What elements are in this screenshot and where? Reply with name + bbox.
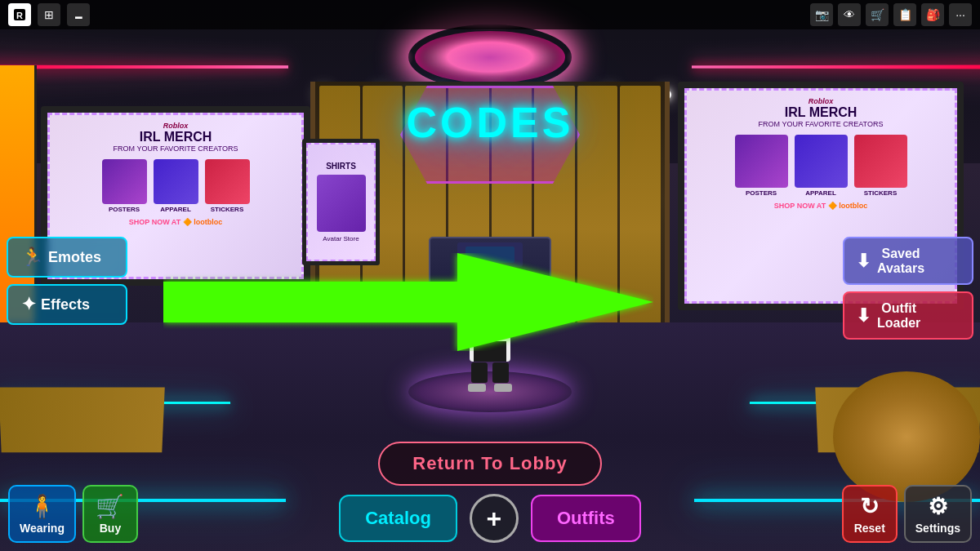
saved-avatars-button[interactable]: ⬇ SavedAvatars — [843, 237, 973, 285]
neon-strip-right — [692, 64, 980, 69]
item-label-apparel: APPAREL — [160, 206, 191, 213]
item-box-stickers-r — [854, 135, 907, 188]
item-box-posters — [102, 159, 147, 204]
billboard-middle: SHIRTS Avatar Store — [302, 139, 380, 265]
char-foot-right — [494, 384, 512, 392]
right-ui: ⬇ SavedAvatars ⬇ OutfitLoader — [843, 237, 973, 340]
arrow-svg — [163, 253, 653, 351]
effects-label: Effects — [41, 296, 90, 313]
billboard-brand-left: Roblox — [163, 122, 189, 130]
item-box-stickers — [205, 159, 250, 204]
neon-strip-left — [0, 64, 288, 69]
char-foot-left — [468, 384, 486, 392]
plus-button[interactable]: + — [470, 494, 519, 543]
billboard-subtitle-right: FROM YOUR FAVORITE CREATORS — [759, 120, 884, 128]
bottom-action-bar: Catalog + Outfits — [339, 494, 641, 543]
item-label-stickers-r: STICKERS — [864, 189, 897, 197]
billboard-middle-img — [317, 175, 366, 232]
emotes-icon: 🏃 — [21, 247, 43, 268]
left-ui: 🏃 Emotes ✦ Effects — [7, 237, 127, 325]
more-icon[interactable]: ··· — [949, 3, 972, 26]
billboard-title-left: IRL MERCH — [140, 130, 212, 144]
settings-button[interactable]: ⚙ Settings — [904, 485, 972, 543]
top-bar-right: 📷 👁 🛒 📋 🎒 ··· — [810, 3, 972, 26]
shop-brand-r: 🔶 lootbloc — [828, 202, 868, 210]
item-label-posters-r: POSTERS — [746, 189, 777, 197]
reset-button[interactable]: ↻ Reset — [842, 485, 898, 543]
item-label-stickers: STICKERS — [211, 206, 243, 213]
billboard-middle-label: Avatar Store — [323, 235, 359, 242]
outfit-loader-label: OutfitLoader — [877, 301, 920, 330]
billboard-items-right: POSTERS APPAREL STICKERS — [735, 135, 907, 197]
svg-text:R: R — [16, 11, 23, 20]
ceiling-ring — [408, 24, 572, 90]
shop-icon[interactable]: 🛒 — [866, 3, 889, 26]
item-box-apparel — [154, 159, 198, 204]
settings-icon: ⚙ — [928, 493, 948, 520]
players-icon[interactable]: 🗕 — [67, 3, 90, 26]
green-arrow — [163, 253, 653, 351]
svg-marker-0 — [163, 253, 653, 351]
billboard-item-stickers-r: STICKERS — [854, 135, 907, 197]
inventory-icon[interactable]: 📋 — [893, 3, 916, 26]
char-leg-right — [492, 362, 509, 383]
char-feet — [468, 384, 512, 392]
menu-icon[interactable]: ⊞ — [38, 3, 60, 26]
saved-avatars-icon: ⬇ — [856, 251, 871, 272]
billboard-shop-left: SHOP NOW AT 🔶 lootbloc — [129, 218, 222, 226]
item-label-posters: POSTERS — [109, 206, 140, 213]
char-leg-left — [471, 362, 488, 383]
saved-avatars-label: SavedAvatars — [877, 247, 924, 275]
top-bar: R ⊞ 🗕 📷 👁 🛒 📋 🎒 ··· — [0, 0, 980, 29]
billboard-item-posters-r: POSTERS — [735, 135, 788, 197]
shop-brand: 🔶 lootbloc — [183, 218, 223, 226]
billboard-item-stickers: STICKERS — [205, 159, 250, 213]
outfit-loader-icon: ⬇ — [856, 305, 871, 327]
reset-label: Reset — [854, 522, 885, 535]
billboard-subtitle-left: FROM YOUR FAVORITE CREATORS — [114, 144, 238, 153]
shop-text-r: SHOP NOW AT — [774, 202, 828, 210]
billboard-item-apparel: APPAREL — [154, 159, 198, 213]
emotes-button[interactable]: 🏃 Emotes — [7, 237, 127, 278]
outfits-button[interactable]: Outfits — [531, 495, 641, 542]
item-box-posters-r — [735, 135, 788, 188]
reset-icon: ↻ — [860, 493, 879, 520]
codes-sign[interactable]: CODES — [407, 98, 574, 147]
top-bar-left: R ⊞ 🗕 — [8, 3, 90, 26]
outfit-loader-button[interactable]: ⬇ OutfitLoader — [843, 291, 973, 340]
billboard-item-posters: POSTERS — [102, 159, 147, 213]
effects-button[interactable]: ✦ Effects — [7, 284, 127, 325]
settings-label: Settings — [915, 522, 960, 535]
billboard-items-left: POSTERS APPAREL STICKERS — [102, 159, 250, 213]
bottom-right-btns: ↻ Reset ⚙ Settings — [842, 485, 972, 543]
billboard-shop-right: SHOP NOW AT 🔶 lootbloc — [774, 202, 867, 210]
record-icon[interactable]: 👁 — [838, 3, 861, 26]
billboard-title-right: IRL MERCH — [785, 105, 858, 120]
backpack-icon[interactable]: 🎒 — [921, 3, 944, 26]
effects-icon: ✦ — [21, 294, 36, 315]
billboard-middle-title: SHIRTS — [326, 162, 356, 171]
emotes-label: Emotes — [48, 249, 101, 266]
billboard-brand-right: Roblox — [808, 97, 834, 105]
roblox-logo-svg: R — [12, 7, 27, 22]
catalog-button[interactable]: Catalog — [339, 495, 457, 542]
screenshot-icon[interactable]: 📷 — [810, 3, 833, 26]
item-label-apparel-r: APPAREL — [805, 189, 836, 197]
return-to-lobby-button[interactable]: Return To Lobby — [378, 442, 601, 486]
bottom-ui: Return To Lobby Catalog + Outfits — [0, 442, 980, 543]
char-legs — [471, 362, 509, 383]
billboard-item-apparel-r: APPAREL — [795, 135, 848, 197]
shop-text: SHOP NOW AT — [129, 218, 183, 226]
roblox-logo: R — [8, 3, 31, 26]
item-box-apparel-r — [795, 135, 848, 188]
